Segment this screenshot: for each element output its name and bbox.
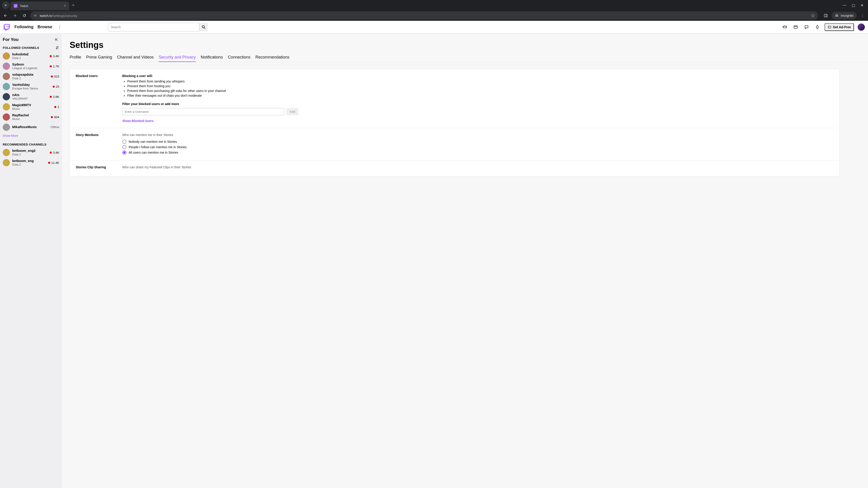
search-input[interactable]	[108, 23, 199, 31]
story-mention-radio[interactable]: All users can mention me in Stories	[122, 150, 833, 155]
story-mentions-label: Story Mentions	[76, 133, 122, 155]
search-button[interactable]	[199, 23, 208, 31]
channel-item[interactable]: RayRachel Music 804	[2, 112, 60, 122]
back-button[interactable]	[2, 12, 9, 19]
channel-avatar	[3, 103, 10, 110]
channel-item[interactable]: kukudota2 Dota 2 3.4K	[2, 51, 60, 61]
tab-recommendations[interactable]: Recommendations	[255, 54, 289, 62]
channel-item[interactable]: MikaRoseMusic Offline	[2, 122, 60, 132]
tab-profile[interactable]: Profile	[70, 54, 81, 62]
story-mention-radio[interactable]: Nobody can mention me in Stories	[122, 139, 833, 144]
blocking-bullet: Prevent them from sending you whispers	[127, 79, 833, 84]
add-blocked-button[interactable]: Add	[286, 108, 298, 115]
incognito-badge[interactable]: Incognito	[832, 12, 857, 20]
side-panel-button[interactable]	[822, 12, 829, 19]
search-icon	[202, 25, 206, 29]
inbox-icon[interactable]	[792, 24, 799, 31]
tab-search-button[interactable]	[2, 1, 9, 9]
tab-security-and-privacy[interactable]: Security and Privacy	[159, 54, 196, 62]
channel-item[interactable]: Magic899TV Music 2	[2, 102, 60, 112]
collapse-sidebar-icon[interactable]	[55, 37, 59, 42]
channel-item[interactable]: betboom_eng Dota 2 11.4K	[2, 158, 60, 168]
browser-tab[interactable]: Twitch ×	[10, 2, 69, 10]
channel-viewers: 3.4K	[50, 55, 59, 58]
live-dot-icon	[54, 106, 56, 108]
channel-game: League of Legends	[12, 66, 48, 70]
site-info-icon[interactable]	[33, 14, 37, 18]
nav-browse[interactable]: Browse	[37, 25, 52, 29]
twitch-logo-icon[interactable]	[3, 24, 10, 31]
show-blocked-link[interactable]: Show Blocked Users	[122, 119, 154, 123]
svg-point-3	[836, 15, 837, 17]
story-mention-radio[interactable]: People I follow can mention me in Storie…	[122, 144, 833, 150]
sidebar: For You FOLLOWED CHANNELS kukudota2 Dota…	[0, 33, 62, 488]
followed-channels-heading: FOLLOWED CHANNELS	[3, 46, 39, 50]
channel-name: betboom_eng2	[12, 149, 48, 153]
svg-point-4	[837, 15, 838, 17]
svg-line-6	[204, 28, 205, 29]
live-dot-icon	[50, 152, 52, 154]
live-dot-icon	[50, 96, 52, 98]
channel-game: VALORANT	[12, 97, 48, 101]
tab-connections[interactable]: Connections	[228, 54, 250, 62]
tab-channel-and-videos[interactable]: Channel and Videos	[117, 54, 154, 62]
tab-notifications[interactable]: Notifications	[201, 54, 223, 62]
channel-item[interactable]: Sydeon League of Legends 1.7K	[2, 61, 60, 71]
top-nav: Following Browse ⋮ Get Ad-Free	[0, 21, 868, 33]
radio-icon	[122, 140, 126, 144]
channel-name: VanHoliday	[12, 83, 51, 87]
url-bar[interactable]: twitch.tv/settings/security	[30, 11, 818, 20]
blocking-intro: Blocking a user will:	[122, 74, 833, 78]
channel-avatar	[3, 124, 10, 131]
settings-panel: Blocked Users Blocking a user will: Prev…	[70, 69, 839, 176]
channel-item[interactable]: solapsapdota Dota 2 523	[2, 71, 60, 82]
twitch-favicon-icon	[13, 4, 18, 8]
user-avatar[interactable]	[858, 24, 865, 31]
show-more-link[interactable]: Show More	[2, 132, 60, 141]
clip-sharing-label: Stories Clip Sharing	[76, 165, 122, 171]
browser-chrome: Twitch × + — ▢ ✕ twitch.tv/settings/secu…	[0, 0, 868, 21]
incognito-icon	[835, 13, 839, 18]
forward-button[interactable]	[11, 12, 19, 19]
sort-icon[interactable]	[55, 46, 59, 50]
get-adfree-button[interactable]: Get Ad-Free	[825, 23, 854, 31]
tab-close-icon[interactable]: ×	[64, 4, 66, 8]
channel-item[interactable]: nAts VALORANT 2.8K	[2, 92, 60, 102]
channel-item[interactable]: VanHoliday Escape from Tarkov 25	[2, 82, 60, 92]
channel-item[interactable]: betboom_eng2 Dota 2 3.4K	[2, 148, 60, 158]
channel-viewers: 2	[54, 105, 59, 109]
channel-game: Dota 2	[12, 56, 48, 60]
browser-menu-button[interactable]: ⋮	[859, 12, 866, 19]
whispers-icon[interactable]	[803, 24, 810, 31]
channel-name: kukudota2	[12, 53, 48, 56]
bits-icon[interactable]	[814, 24, 821, 31]
channel-name: betboom_eng	[12, 159, 46, 163]
blocking-bullets: Prevent them from sending you whispersPr…	[127, 79, 833, 98]
prime-loot-icon[interactable]	[781, 24, 788, 31]
tab-prime-gaming[interactable]: Prime Gaming	[86, 54, 112, 62]
bookmark-icon[interactable]	[811, 13, 815, 18]
blocking-bullet: Prevent them from purchasing gift subs f…	[127, 89, 833, 93]
channel-viewers: 1.7K	[50, 65, 59, 68]
titlebar: Twitch × + — ▢ ✕	[0, 0, 868, 10]
channel-viewers: 804	[51, 116, 59, 119]
blocked-username-input[interactable]	[122, 108, 284, 115]
story-mentions-desc: Who can mention me in their Stories	[122, 133, 833, 137]
channel-avatar	[3, 73, 10, 80]
recommended-list: betboom_eng2 Dota 2 3.4K betboom_eng Dot…	[2, 148, 60, 168]
new-tab-button[interactable]: +	[72, 3, 74, 8]
nav-more-button[interactable]: ⋮	[56, 24, 63, 31]
adfree-icon	[828, 25, 831, 29]
nav-following[interactable]: Following	[14, 25, 33, 29]
minimize-icon[interactable]: —	[843, 3, 846, 7]
reload-button[interactable]	[21, 12, 28, 19]
close-window-icon[interactable]: ✕	[861, 3, 864, 7]
clip-sharing-row: Stories Clip Sharing Who can share my Fe…	[70, 160, 839, 176]
radio-label: People I follow can mention me in Storie…	[129, 145, 187, 149]
channel-game: Dota 2	[12, 76, 49, 80]
radio-icon	[122, 145, 126, 149]
channel-game: Music	[12, 117, 49, 121]
live-dot-icon	[51, 116, 53, 118]
maximize-icon[interactable]: ▢	[852, 3, 855, 7]
page-title: Settings	[70, 40, 868, 50]
